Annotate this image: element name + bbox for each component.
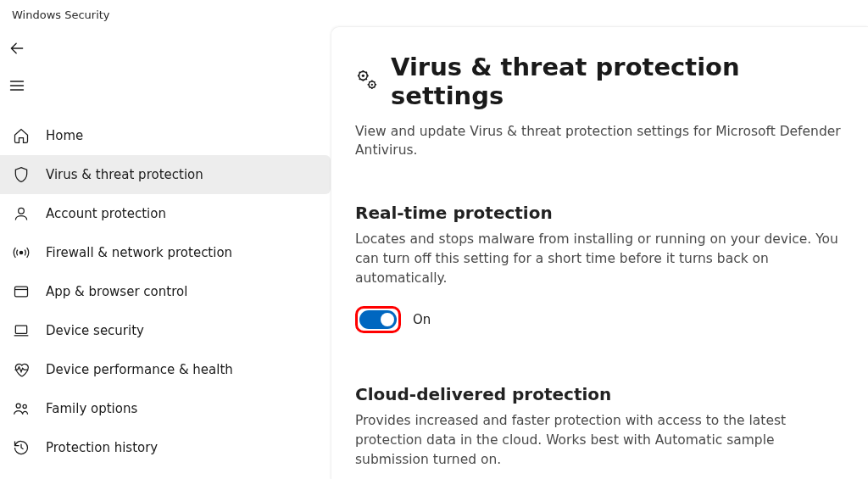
sidebar-item-firewall[interactable]: Firewall & network protection — [0, 233, 331, 272]
history-icon — [12, 438, 31, 457]
realtime-toggle[interactable] — [359, 310, 397, 329]
page-title: Virus & threat protection settings — [391, 53, 851, 110]
nav-list: Home Virus & threat protection Account p… — [0, 116, 331, 467]
hamburger-icon — [8, 77, 25, 94]
sidebar-item-label: Account protection — [46, 206, 166, 221]
sidebar-item-label: Protection history — [46, 440, 158, 455]
realtime-toggle-label: On — [413, 312, 431, 327]
broadcast-icon — [12, 243, 31, 262]
shield-icon — [12, 165, 31, 184]
toggle-highlight — [355, 306, 401, 333]
family-icon — [12, 399, 31, 418]
svg-point-5 — [23, 404, 26, 408]
arrow-left-icon — [8, 40, 25, 57]
sidebar-item-performance[interactable]: Device performance & health — [0, 350, 331, 389]
content-pane: Virus & threat protection settings View … — [331, 26, 868, 479]
person-icon — [12, 204, 31, 223]
svg-point-4 — [16, 404, 20, 408]
page-description: View and update Virus & threat protectio… — [355, 122, 851, 160]
sidebar-item-app-browser[interactable]: App & browser control — [0, 272, 331, 311]
svg-point-7 — [362, 75, 364, 77]
back-button[interactable] — [8, 31, 42, 65]
sidebar-item-label: Home — [46, 128, 83, 143]
sidebar-item-device-security[interactable]: Device security — [0, 311, 331, 350]
menu-button[interactable] — [8, 69, 42, 103]
sidebar-item-label: Family options — [46, 401, 137, 416]
sidebar-item-label: Device performance & health — [46, 362, 233, 377]
window-icon — [12, 282, 31, 301]
sidebar-item-label: Device security — [46, 323, 144, 338]
svg-point-0 — [19, 208, 25, 214]
home-icon — [12, 126, 31, 145]
cloud-description: Provides increased and faster protection… — [355, 411, 847, 471]
svg-rect-2 — [15, 287, 28, 297]
sidebar-item-family[interactable]: Family options — [0, 389, 331, 428]
laptop-icon — [12, 321, 31, 340]
sidebar-item-history[interactable]: Protection history — [0, 428, 331, 467]
sidebar-item-label: Firewall & network protection — [46, 245, 232, 260]
toggle-knob — [381, 313, 394, 326]
realtime-title: Real-time protection — [355, 203, 851, 223]
svg-point-1 — [19, 251, 22, 253]
heart-icon — [12, 360, 31, 379]
svg-rect-3 — [15, 326, 26, 333]
sidebar-item-virus-threat[interactable]: Virus & threat protection — [0, 155, 331, 194]
sidebar-item-label: App & browser control — [46, 284, 187, 299]
sidebar-item-label: Virus & threat protection — [46, 167, 203, 182]
sidebar-item-home[interactable]: Home — [0, 116, 331, 155]
cloud-title: Cloud-delivered protection — [355, 384, 851, 404]
realtime-description: Locates and stops malware from installin… — [355, 230, 847, 289]
sidebar: Home Virus & threat protection Account p… — [0, 26, 331, 479]
svg-point-9 — [371, 84, 373, 86]
app-title: Windows Security — [0, 0, 868, 26]
sidebar-item-account[interactable]: Account protection — [0, 194, 331, 233]
gears-icon — [355, 68, 379, 95]
